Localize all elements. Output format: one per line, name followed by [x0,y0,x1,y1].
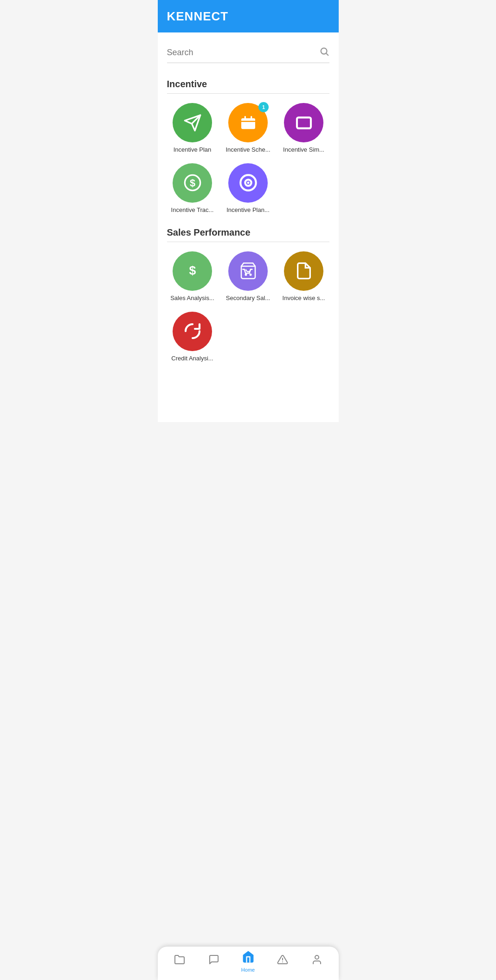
incentive-grid: Incentive Plan 1 Incentive Sche... [167,103,329,214]
incentive-schedule-icon-wrapper: 1 [228,103,268,142]
sales-performance-section: Sales Performance $ Sales Analysis... [167,227,329,363]
search-container [167,42,329,68]
incentive-simulator-label: Incentive Sim... [283,146,324,154]
incentive-plan2-label: Incentive Plan... [226,206,270,214]
incentive-schedule-label: Incentive Sche... [225,146,270,154]
incentive-section-title: Incentive [167,79,329,90]
incentive-simulator-icon-wrapper [284,103,323,142]
incentive-simulator-item[interactable]: Incentive Sim... [278,103,329,154]
search-button[interactable] [319,46,329,59]
secondary-sales-icon-wrapper [228,251,268,291]
search-wrapper [167,46,329,63]
app-header: KENNECT [158,0,339,32]
svg-point-14 [249,274,251,276]
credit-analysis-label: Credit Analysi... [171,355,213,363]
sales-analysis-icon: $ [173,251,212,291]
sales-analysis-item[interactable]: $ Sales Analysis... [167,251,218,302]
svg-rect-4 [251,116,252,119]
invoice-wise-item[interactable]: Invoice wise s... [278,251,329,302]
incentive-simulator-icon [284,103,323,142]
incentive-plan-item[interactable]: Incentive Plan [167,103,218,154]
incentive-schedule-item[interactable]: 1 Incentive Sche... [223,103,274,154]
sales-analysis-label: Sales Analysis... [170,295,214,302]
invoice-wise-icon-wrapper [284,251,323,291]
incentive-section: Incentive Incentive Plan [167,79,329,214]
sales-performance-title: Sales Performance [167,227,329,238]
incentive-plan2-icon-wrapper [228,163,268,203]
sales-analysis-icon-wrapper: $ [173,251,212,291]
credit-analysis-item[interactable]: Credit Analysi... [167,312,218,363]
invoice-wise-icon [284,251,323,291]
svg-rect-3 [244,116,245,119]
svg-line-1 [326,53,328,55]
svg-text:$: $ [189,264,196,278]
incentive-tracker-icon-wrapper: $ [173,163,212,203]
secondary-sales-item[interactable]: Secondary Sal... [223,251,274,302]
secondary-sales-icon [228,251,268,291]
app-title: KENNECT [167,9,229,24]
svg-point-10 [247,182,249,184]
incentive-tracker-label: Incentive Trac... [171,206,214,214]
incentive-plan-label: Incentive Plan [174,146,212,154]
incentive-plan2-item[interactable]: Incentive Plan... [223,163,274,214]
credit-analysis-icon-wrapper [173,312,212,351]
search-input[interactable] [167,48,319,58]
svg-text:$: $ [189,178,195,189]
sales-performance-divider [167,242,329,242]
incentive-tracker-icon: $ [173,163,212,203]
svg-rect-2 [241,118,255,129]
incentive-plan2-icon [228,163,268,203]
incentive-tracker-item[interactable]: $ Incentive Trac... [167,163,218,214]
incentive-plan-icon [173,103,212,142]
main-content: Incentive Incentive Plan [158,32,339,422]
invoice-wise-label: Invoice wise s... [283,295,325,302]
incentive-plan-icon-wrapper [173,103,212,142]
svg-rect-5 [297,117,311,128]
svg-point-13 [245,274,247,276]
incentive-divider [167,93,329,94]
credit-analysis-icon [173,312,212,351]
incentive-schedule-badge: 1 [258,102,269,112]
secondary-sales-label: Secondary Sal... [226,295,270,302]
sales-performance-grid: $ Sales Analysis... [167,251,329,363]
